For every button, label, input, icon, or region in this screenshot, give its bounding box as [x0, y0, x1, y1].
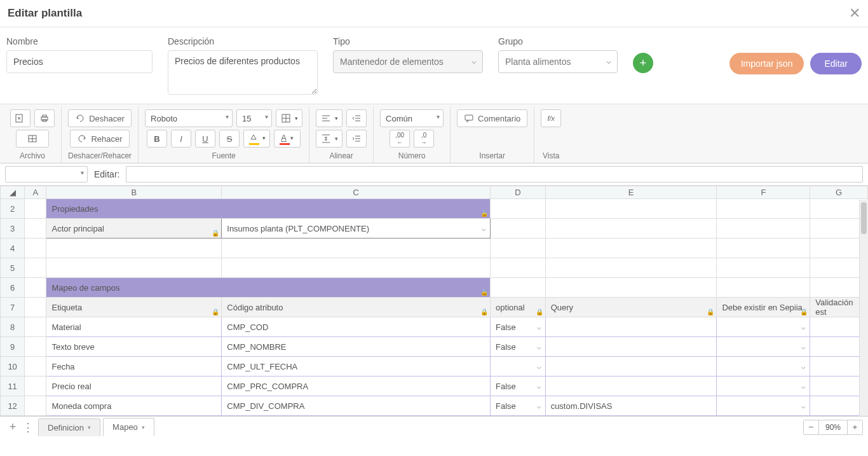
type-select[interactable]: Mantenedor de elementos	[333, 50, 483, 73]
row-header[interactable]: 5	[1, 258, 25, 278]
cell[interactable]	[545, 317, 717, 337]
cell-col-query[interactable]: Query🔒	[545, 298, 717, 317]
cell[interactable]	[545, 199, 717, 219]
cell-mapeo-header[interactable]: Mapeo de campos🔒	[46, 278, 491, 298]
row-header[interactable]: 9	[1, 337, 25, 357]
chevron-down-icon[interactable]: ⌵	[537, 402, 541, 410]
group-select[interactable]: Planta alimentos	[498, 50, 618, 73]
cell[interactable]	[25, 317, 46, 337]
cell[interactable]	[717, 219, 810, 238]
cell[interactable]	[545, 258, 717, 278]
cell-col-optional[interactable]: optional🔒	[491, 298, 546, 317]
cell[interactable]	[46, 258, 222, 278]
row-header[interactable]: 7	[1, 298, 25, 317]
bold-button[interactable]: B	[147, 130, 167, 148]
cell[interactable]: False⌵	[491, 396, 546, 416]
cell[interactable]	[25, 258, 46, 278]
cell[interactable]	[25, 396, 46, 416]
print-icon[interactable]	[34, 109, 55, 127]
cell[interactable]	[25, 199, 46, 219]
export-excel-icon[interactable]	[10, 109, 31, 127]
chevron-down-icon[interactable]: ⌵	[537, 323, 541, 331]
tab-mapeo[interactable]: Mapeo▾	[103, 418, 154, 436]
desc-textarea[interactable]	[168, 50, 318, 95]
cell[interactable]: CMP_PRC_COMPRA	[222, 377, 491, 396]
chevron-down-icon[interactable]: ⌵	[801, 343, 806, 351]
add-sheet-button[interactable]: +	[5, 420, 20, 435]
fill-color-button[interactable]: ▾	[243, 130, 270, 148]
cell[interactable]: ⌵	[717, 337, 810, 357]
cell[interactable]	[717, 199, 810, 219]
cell[interactable]	[717, 278, 810, 298]
redo-button[interactable]: Rehacer	[70, 130, 129, 148]
cell[interactable]: Moneda compra	[46, 396, 222, 416]
formula-input[interactable]	[126, 166, 863, 183]
cell[interactable]	[25, 357, 46, 377]
cell[interactable]	[545, 357, 717, 377]
import-json-button[interactable]: Importar json	[729, 53, 804, 74]
cell[interactable]	[717, 238, 810, 258]
grid-icon[interactable]	[16, 130, 49, 148]
cell[interactable]: False⌵	[491, 317, 546, 337]
add-group-button[interactable]: +	[633, 53, 653, 73]
decimal-decrease-icon[interactable]: ,00←	[390, 130, 410, 148]
cell[interactable]	[25, 219, 46, 238]
chevron-down-icon[interactable]: ⌵	[801, 402, 806, 410]
cell[interactable]: False⌵	[491, 337, 546, 357]
row-header[interactable]: 3	[1, 219, 25, 238]
decimal-increase-icon[interactable]: ,0→	[414, 130, 434, 148]
text-color-button[interactable]: A▾	[274, 130, 301, 148]
cell[interactable]	[25, 377, 46, 396]
chevron-down-icon[interactable]: ⌵	[801, 382, 806, 390]
cell[interactable]	[545, 377, 717, 396]
cell[interactable]: CMP_NOMBRE	[222, 337, 491, 357]
cell[interactable]: custom.DIVISAS	[545, 396, 717, 416]
zoom-out-button[interactable]: −	[804, 420, 819, 434]
number-format-select[interactable]: Común	[380, 109, 444, 127]
chevron-down-icon[interactable]: ⌵	[801, 323, 806, 331]
cell[interactable]: ⌵	[717, 396, 810, 416]
cell[interactable]	[222, 258, 491, 278]
col-header-B[interactable]: B	[46, 186, 222, 199]
row-header[interactable]: 4	[1, 238, 25, 258]
view-formulas-icon[interactable]: f/x	[541, 109, 561, 127]
sheet-menu-button[interactable]: ⋮	[20, 420, 36, 435]
cell[interactable]	[545, 219, 717, 238]
cell[interactable]: CMP_ULT_FECHA	[222, 357, 491, 377]
row-header[interactable]: 6	[1, 278, 25, 298]
italic-button[interactable]: I	[171, 130, 191, 148]
strike-button[interactable]: S	[219, 130, 240, 148]
indent-decrease-icon[interactable]	[346, 109, 367, 127]
valign-icon[interactable]: ▾	[316, 130, 342, 148]
cell[interactable]: ⌵	[717, 317, 810, 337]
cell[interactable]: ⌵	[491, 357, 546, 377]
zoom-in-button[interactable]: +	[847, 420, 862, 434]
col-header-A[interactable]: A	[25, 186, 46, 199]
align-left-icon[interactable]: ▾	[316, 109, 342, 127]
row-header[interactable]: 12	[1, 396, 25, 416]
cell-actor-label[interactable]: Actor principal🔒	[46, 219, 222, 238]
cell[interactable]: CMP_DIV_COMPRA	[222, 396, 491, 416]
cell[interactable]	[491, 238, 546, 258]
edit-button[interactable]: Editar	[810, 53, 862, 74]
row-header[interactable]: 8	[1, 317, 25, 337]
cell-col-etiqueta[interactable]: Etiqueta🔒	[46, 298, 222, 317]
chevron-down-icon[interactable]: ⌵	[482, 225, 486, 233]
indent-increase-icon[interactable]	[346, 130, 367, 148]
cell-actor-value[interactable]: Insumos planta (PLT_COMPONENTE)⌵	[222, 219, 491, 238]
cell[interactable]: Precio real	[46, 377, 222, 396]
cell[interactable]	[25, 298, 46, 317]
row-header[interactable]: 2	[1, 199, 25, 219]
cell[interactable]	[222, 238, 491, 258]
cell[interactable]: ⌵	[717, 357, 810, 377]
cell[interactable]	[25, 337, 46, 357]
undo-button[interactable]: Deshacer	[68, 109, 132, 127]
cell[interactable]	[545, 337, 717, 357]
col-header-G[interactable]: G	[810, 186, 868, 199]
cell-col-sepiia[interactable]: Debe existir en Sepiia🔒	[717, 298, 810, 317]
font-family-select[interactable]: Roboto	[145, 109, 233, 127]
cell[interactable]	[491, 258, 546, 278]
col-header-C[interactable]: C	[222, 186, 491, 199]
font-size-select[interactable]: 15	[236, 109, 272, 127]
cell[interactable]: Texto breve	[46, 337, 222, 357]
